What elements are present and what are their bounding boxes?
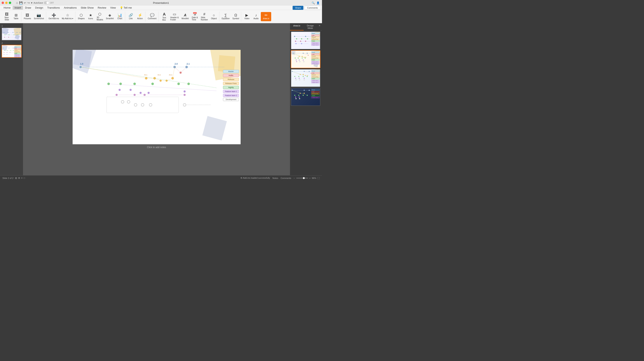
view-normal-icon[interactable]: ▤ bbox=[15, 177, 17, 179]
equation-icon: ∑ bbox=[224, 14, 227, 17]
zoom-controls: − + 96% ⛶ bbox=[294, 177, 320, 179]
comment-button[interactable]: 💬 Comment bbox=[146, 12, 158, 21]
notes-area[interactable]: Click to add notes bbox=[72, 146, 240, 149]
close-button[interactable] bbox=[2, 2, 4, 4]
new-slide-button[interactable]: 🖼 NewSlide bbox=[2, 12, 11, 21]
legend-feature2: Feature team 2 bbox=[223, 94, 239, 97]
search-icon[interactable]: 🔍 bbox=[312, 2, 315, 5]
toolbar-group-new: 🖼 NewSlide ⊞ Table bbox=[2, 12, 22, 22]
3d-icon: ⬡ bbox=[98, 13, 102, 16]
object-button[interactable]: ○ Object bbox=[210, 12, 218, 21]
comments-button[interactable]: Comments bbox=[304, 6, 320, 10]
fit-slide-button[interactable]: ⛶ bbox=[318, 177, 320, 179]
slide-canvas[interactable]: 1.0 2.0 2.1 RC1 RC2 RC3 bbox=[72, 50, 240, 144]
zoom-out-button[interactable]: − bbox=[294, 177, 295, 179]
svg-line-53 bbox=[80, 67, 146, 78]
svg-line-159 bbox=[292, 90, 307, 95]
svg-point-4 bbox=[16, 32, 18, 33]
slide-image-1[interactable] bbox=[2, 28, 22, 41]
chart-button[interactable]: 📊 Chart bbox=[116, 12, 124, 21]
autosave-toggle[interactable] bbox=[44, 2, 49, 4]
share-button[interactable]: Share bbox=[292, 6, 303, 10]
customize-icon[interactable]: ▾ bbox=[31, 1, 32, 5]
comments-status-button[interactable]: Comments bbox=[280, 177, 291, 179]
slide-thumb-1[interactable]: 1 bbox=[2, 25, 22, 41]
link-button[interactable]: 🔗 Link bbox=[126, 12, 135, 21]
slide-thumb-2[interactable]: 2 bbox=[2, 42, 22, 58]
smartart-button[interactable]: ◈ SmartArt bbox=[104, 12, 115, 21]
view-grid-icon[interactable]: ⊞ bbox=[18, 177, 20, 179]
pictures-button[interactable]: 🖼 Pictures bbox=[22, 12, 32, 21]
action-button[interactable]: ⚡ Action bbox=[136, 12, 144, 21]
header-footer-button[interactable]: ▭ Header &Footer bbox=[169, 12, 180, 21]
slide-number-button[interactable]: # SlideNumber bbox=[200, 12, 209, 21]
menu-animations[interactable]: Animations bbox=[62, 6, 78, 10]
menu-design[interactable]: Design bbox=[33, 6, 45, 10]
design-thumb-4[interactable]: Master Hotfix Release Fixes Nightly Feat… bbox=[291, 88, 320, 106]
svg-point-112 bbox=[298, 58, 299, 59]
menu-insert[interactable]: Insert bbox=[12, 6, 23, 10]
svg-text:2.1: 2.1 bbox=[186, 63, 190, 65]
design-thumb-1[interactable]: Master Hotfix Release Release Fixes Nigh… bbox=[291, 32, 320, 50]
menu-slideshow[interactable]: Slide Show bbox=[78, 6, 96, 10]
tab-drawio[interactable]: draw.io bbox=[290, 23, 304, 31]
view-outline-icon[interactable]: ≡ bbox=[21, 177, 22, 179]
video-button[interactable]: ▶ Video bbox=[242, 12, 251, 21]
save-icon[interactable]: 💾 bbox=[19, 1, 22, 5]
shapes-button[interactable]: ⬡ Shapes bbox=[76, 12, 86, 21]
svg-point-150 bbox=[309, 90, 310, 91]
date-time-button[interactable]: 📅 Date &Time bbox=[190, 12, 199, 21]
menu-transitions[interactable]: Transitions bbox=[45, 6, 62, 10]
text-box-button[interactable]: A TextBox bbox=[160, 12, 168, 21]
zoom-in-button[interactable]: + bbox=[310, 177, 310, 179]
home-icon[interactable]: ⌂ bbox=[16, 1, 18, 5]
action-icon: ⚡ bbox=[138, 14, 142, 17]
table-button[interactable]: ⊞ Table bbox=[12, 12, 20, 21]
wordart-button[interactable]: A WordArt bbox=[180, 12, 190, 21]
close-panel-button[interactable]: ✕ bbox=[317, 23, 322, 31]
svg-point-59 bbox=[151, 83, 154, 85]
status-bar: Slide 2 of 2 ▤ ⊞ ≡ □ ⚙ Add-ins loaded su… bbox=[0, 175, 322, 181]
design-thumb-3[interactable]: Master Hotfix Release Release Fixes Nigh… bbox=[291, 69, 320, 87]
account-icon[interactable]: 👤 bbox=[316, 2, 320, 5]
status-left: Slide 2 of 2 ▤ ⊞ ≡ □ bbox=[2, 177, 25, 179]
audio-button[interactable]: ♪ Audio bbox=[252, 12, 260, 21]
equation-button[interactable]: ∑ Equation bbox=[220, 12, 231, 21]
svg-point-118 bbox=[303, 60, 304, 61]
design-thumb-2[interactable]: Master Hotfix Release Release Fixes Nigh… bbox=[291, 50, 320, 68]
svg-point-88 bbox=[301, 38, 302, 40]
svg-point-144 bbox=[296, 80, 296, 81]
view-reading-icon[interactable]: □ bbox=[24, 177, 25, 179]
menu-review[interactable]: Review bbox=[96, 6, 108, 10]
menu-home[interactable]: Home bbox=[2, 6, 12, 10]
get-addins-button[interactable]: ➕ Get Add-ins bbox=[48, 12, 60, 21]
undo-icon[interactable]: ↩ bbox=[24, 1, 26, 5]
svg-line-129 bbox=[309, 72, 311, 74]
slide-image-2[interactable]: Master Hotfix Release Release Fixes Nigh… bbox=[2, 45, 22, 58]
minimize-button[interactable] bbox=[5, 2, 8, 4]
svg-text:RC3: RC3 bbox=[169, 74, 172, 76]
menu-view[interactable]: View bbox=[108, 6, 118, 10]
svg-point-76 bbox=[134, 104, 137, 106]
svg-point-1 bbox=[4, 32, 4, 33]
traffic-lights[interactable] bbox=[2, 2, 11, 4]
svg-point-2 bbox=[8, 32, 8, 33]
redo-icon[interactable]: ↪ bbox=[28, 1, 30, 5]
icons-button[interactable]: ★ Icons bbox=[86, 12, 95, 21]
my-addins-button[interactable]: ☆ My Add-ins ▾ bbox=[60, 12, 74, 21]
maximize-button[interactable] bbox=[9, 2, 11, 4]
3d-models-button[interactable]: ⬡ 3DModels bbox=[96, 12, 104, 21]
symbol-button[interactable]: Ω Symbol bbox=[231, 12, 240, 21]
svg-line-140 bbox=[292, 72, 307, 77]
drawio-button[interactable]: ✏ draw.io bbox=[261, 12, 271, 21]
notes-button[interactable]: Notes bbox=[272, 177, 278, 179]
zoom-slider[interactable] bbox=[296, 178, 308, 179]
svg-point-26 bbox=[7, 52, 8, 53]
menu-draw[interactable]: Draw bbox=[23, 6, 33, 10]
screenshot-button[interactable]: 📷 Screenshot bbox=[32, 12, 45, 21]
menu-tellme[interactable]: 💡 Tell me bbox=[118, 6, 134, 10]
tab-design-ideas[interactable]: Design Ideas bbox=[304, 23, 317, 31]
right-panel: draw.io Design Ideas ✕ bbox=[290, 23, 322, 175]
zoom-slider-thumb[interactable] bbox=[303, 177, 305, 179]
svg-point-20 bbox=[4, 50, 5, 51]
